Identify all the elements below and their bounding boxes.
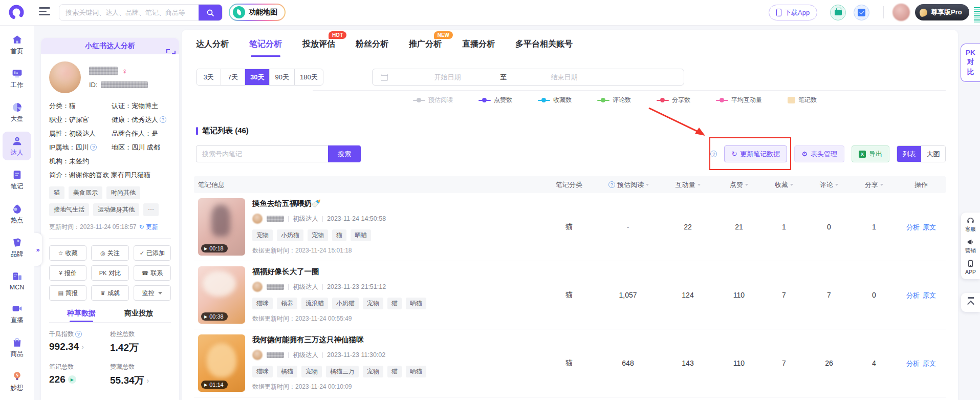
help-icon[interactable]: ?	[90, 144, 97, 151]
achievement-button[interactable]: ♛成就	[91, 285, 128, 301]
sort-icon[interactable]	[880, 184, 883, 186]
added-button[interactable]: ✓已添加	[134, 245, 171, 261]
tag[interactable]: 小奶猫	[332, 298, 359, 309]
sidebar-item-ideas[interactable]: 妙想	[3, 367, 31, 395]
view-list-button[interactable]: 列表	[897, 146, 921, 162]
tab-influencer-analysis[interactable]: 达人分析	[196, 39, 229, 57]
original-link[interactable]: 原文	[923, 360, 936, 367]
user-avatar[interactable]	[892, 4, 910, 21]
sidebar-item-mcn[interactable]: MCN	[3, 267, 31, 294]
note-thumbnail[interactable]: ▶01:14	[198, 334, 245, 392]
tab-live-analysis[interactable]: 直播分析	[462, 39, 495, 57]
sort-icon[interactable]	[835, 184, 838, 186]
help-icon[interactable]: ?	[710, 151, 717, 157]
video-play-icon[interactable]: ▶	[68, 375, 76, 384]
sort-icon[interactable]	[646, 184, 649, 186]
original-link[interactable]: 原文	[923, 291, 936, 299]
tag[interactable]: 橘猫三万	[326, 366, 359, 377]
customer-service-button[interactable]: 客服	[961, 217, 980, 233]
feature-map-button[interactable]: 功能地图	[229, 4, 286, 21]
refresh-profile-link[interactable]: ↻ 更新	[139, 223, 158, 231]
author-avatar[interactable]	[252, 282, 263, 292]
author-avatar[interactable]	[252, 350, 263, 360]
download-app-button[interactable]: 下载App	[769, 5, 817, 20]
author-avatar[interactable]	[252, 214, 263, 224]
tag[interactable]: 接地气生活	[49, 203, 89, 216]
monitor-dropdown-button[interactable]: 监控	[134, 285, 171, 301]
note-search-input[interactable]	[196, 145, 328, 162]
range-30d[interactable]: 30天	[245, 69, 269, 85]
refresh-note-data-button[interactable]: ↻ 更新笔记数据	[724, 145, 787, 162]
analyze-link[interactable]: 分析	[906, 291, 920, 299]
tag[interactable]: 晒猫	[406, 298, 426, 309]
sidebar-item-work[interactable]: 工作	[3, 64, 31, 93]
tag[interactable]: 宠物	[308, 229, 328, 241]
contact-button[interactable]: ☎联系	[134, 265, 171, 281]
workbench-icon[interactable]	[830, 5, 846, 20]
tab-commercial[interactable]: 商业投放	[124, 309, 153, 322]
back-to-top-button[interactable]	[961, 293, 980, 312]
legend-avg-interaction[interactable]: 平均互动量	[716, 96, 762, 104]
pk-compare-float-button[interactable]: PK 对 比	[961, 44, 980, 82]
header-est-read[interactable]: ? 预估阅读	[597, 180, 659, 190]
tab-fans-analysis[interactable]: 粉丝分析	[356, 39, 388, 57]
note-title[interactable]: 福福好像长大了一圈	[252, 267, 426, 277]
tag[interactable]: 时尚其他	[106, 186, 140, 199]
qiangua-logo[interactable]	[8, 4, 25, 20]
sidebar-item-home[interactable]: 首页	[3, 30, 31, 59]
tag[interactable]: 猫咪	[252, 298, 273, 309]
favorite-button[interactable]: ☆收藏	[49, 245, 86, 261]
global-search-input[interactable]	[59, 5, 199, 20]
legend-note-count[interactable]: 笔记数	[788, 96, 817, 104]
legend-shares[interactable]: 分享数	[657, 96, 690, 104]
chevron-right-icon[interactable]: ›	[81, 343, 84, 351]
tab-multi-platform[interactable]: 多平台相关账号	[515, 39, 573, 57]
sidebar-item-hotspot[interactable]: 热点	[3, 199, 31, 228]
legend-comments[interactable]: 评论数	[597, 96, 631, 104]
legend-est-read[interactable]: 预估阅读	[413, 96, 453, 104]
tag[interactable]: 猫	[387, 366, 402, 377]
analyze-link[interactable]: 分析	[906, 223, 920, 231]
note-thumbnail[interactable]: ▶00:18	[198, 198, 245, 256]
vip-badge-button[interactable]: 尊享版Pro	[915, 4, 969, 20]
header-shares[interactable]: 分享	[852, 180, 897, 190]
note-title[interactable]: 我何德何能拥有三万这只神仙猫咪	[252, 335, 426, 345]
sidebar-item-market[interactable]: 大盘	[3, 98, 31, 127]
tab-seeding-data[interactable]: 种草数据	[67, 309, 96, 322]
header-manage-button[interactable]: ⚙ 表头管理	[794, 145, 844, 162]
range-180d[interactable]: 180天	[294, 69, 323, 85]
sort-icon[interactable]	[698, 184, 701, 186]
tag[interactable]: 美食展示	[69, 186, 102, 199]
tab-placement-evaluation[interactable]: 投放评估HOT	[302, 39, 335, 57]
help-icon[interactable]: ?	[608, 181, 615, 188]
tag[interactable]: 猫咪	[252, 366, 273, 377]
chevron-right-icon[interactable]: ›	[147, 376, 149, 385]
start-date-placeholder[interactable]: 开始日期	[395, 73, 500, 82]
end-date-placeholder[interactable]: 结束日期	[507, 73, 622, 82]
sidebar-item-influencer[interactable]: 达人	[3, 132, 31, 160]
tag[interactable]: 宠物	[363, 298, 383, 309]
collapse-menu-icon[interactable]	[39, 7, 50, 17]
note-thumbnail[interactable]: ▶00:38	[198, 266, 245, 324]
date-picker[interactable]: 开始日期 至 结束日期	[372, 69, 684, 86]
panel-collapse-handle[interactable]: »	[34, 233, 42, 266]
marketing-button[interactable]: 营销	[961, 238, 980, 255]
header-interactions[interactable]: 互动量	[659, 180, 716, 190]
pk-compare-button[interactable]: PK对比	[91, 265, 128, 281]
message-icon[interactable]	[854, 5, 869, 20]
header-comments[interactable]: 评论	[807, 180, 852, 190]
legend-collects[interactable]: 收藏数	[538, 96, 572, 104]
quote-button[interactable]: ¥报价	[49, 265, 86, 281]
help-icon[interactable]: ?	[160, 116, 166, 123]
sidebar-item-live[interactable]: 直播	[3, 299, 31, 328]
tab-promotion-analysis[interactable]: 推广分析NEW	[409, 39, 442, 57]
header-collects[interactable]: 收藏	[761, 180, 807, 190]
sort-icon[interactable]	[745, 184, 748, 186]
sidebar-item-notes[interactable]: 笔记	[3, 165, 31, 194]
tag[interactable]: 领养	[277, 298, 297, 309]
tag[interactable]: 流浪猫	[301, 298, 328, 309]
tag[interactable]: 运动健身其他	[93, 203, 139, 216]
sort-icon[interactable]	[790, 184, 793, 186]
tab-note-analysis[interactable]: 笔记分析	[249, 39, 282, 57]
note-title[interactable]: 摸鱼去给五福喂奶🍼	[252, 199, 386, 208]
